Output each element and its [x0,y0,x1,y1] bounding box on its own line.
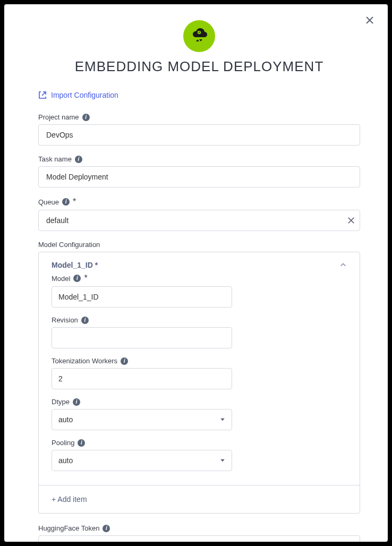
tokenization-workers-input[interactable] [52,368,232,389]
dialog-backdrop: EMBEDDING MODEL DEPLOYMENT Import Config… [0,0,392,546]
required-mark: * [84,274,87,283]
hf-token-field: HuggingFace Token i [38,524,360,542]
hf-token-label: HuggingFace Token [38,524,99,532]
model-config-accordion-header[interactable]: Model_1_ID * [39,252,360,274]
hf-token-input[interactable] [38,535,360,542]
task-name-input[interactable] [38,166,360,187]
clear-icon[interactable] [347,217,355,224]
model-field: Model i * [52,274,347,308]
tokenization-workers-label: Tokenization Workers [52,357,117,365]
task-name-field: Task name i [38,155,360,187]
task-name-label: Task name [38,155,72,163]
dialog-title: EMBEDDING MODEL DEPLOYMENT [38,58,360,75]
info-icon[interactable]: i [81,317,89,324]
import-label: Import Configuration [51,91,118,99]
dtype-field: Dtype i [52,398,347,430]
chevron-up-icon [339,261,347,269]
info-icon[interactable]: i [73,398,80,406]
model-label: Model [52,275,70,283]
pooling-field: Pooling i [52,439,347,471]
info-icon[interactable]: i [75,156,82,163]
pooling-select[interactable] [52,450,232,471]
model-config-box: Model_1_ID * Model i * [38,252,360,514]
import-icon [38,91,47,99]
queue-field: Queue i * [38,197,360,231]
deployment-dialog: EMBEDDING MODEL DEPLOYMENT Import Config… [4,4,388,542]
model-config-label: Model Configuration [38,241,360,249]
svg-point-3 [199,32,200,33]
revision-field: Revision i [52,316,347,348]
revision-input[interactable] [52,327,232,348]
import-configuration-link[interactable]: Import Configuration [38,91,360,99]
pooling-label: Pooling [52,439,74,447]
add-item-button[interactable]: + Add item [39,485,360,513]
close-icon[interactable] [365,16,374,24]
tokenization-workers-field: Tokenization Workers i [52,357,347,389]
model-config-body: Model i * Revision i Tokenization Wo [39,274,360,485]
model-input[interactable] [52,286,232,308]
dtype-select[interactable] [52,409,232,430]
required-mark: * [73,197,76,207]
info-icon[interactable]: i [78,439,85,447]
project-name-input[interactable] [38,124,360,146]
queue-label: Queue [38,198,59,206]
model-config-header-title: Model_1_ID * [52,261,98,269]
dtype-label: Dtype [52,398,70,406]
info-icon[interactable]: i [121,357,128,365]
project-name-label: Project name [38,113,79,121]
cloud-deploy-icon [183,20,215,52]
project-name-field: Project name i [38,113,360,146]
info-icon[interactable]: i [82,114,90,121]
revision-label: Revision [52,316,78,324]
queue-input[interactable] [38,210,360,231]
info-icon[interactable]: i [62,198,70,206]
info-icon[interactable]: i [103,525,110,532]
info-icon[interactable]: i [73,275,81,282]
